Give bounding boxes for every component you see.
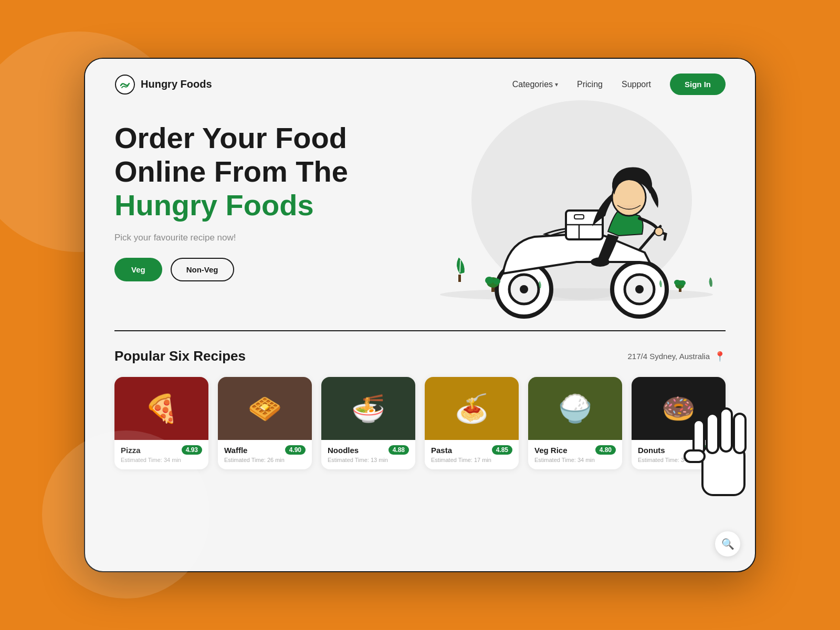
scooter-illustration [419, 95, 734, 337]
food-rating-badge: 4.80 [595, 445, 616, 455]
food-estimated-time: Estimated Time: 13 min [328, 457, 409, 463]
svg-point-12 [655, 227, 663, 236]
food-rating-badge: 4.88 [388, 445, 409, 455]
food-grid: 🍕Pizza4.93Estimated Time: 34 min🧇Waffle4… [114, 377, 726, 469]
food-estimated-time: Estimated Time: 34 min [121, 457, 202, 463]
hero-title-line2: Online From The [114, 155, 377, 188]
food-name-label: Donuts [638, 446, 665, 455]
food-rating-badge: 4.93 [182, 445, 202, 455]
main-nav: Categories ▾ Pricing Support Sign In [512, 74, 726, 95]
veg-button[interactable]: Veg [114, 258, 162, 281]
food-image: 🍜 [321, 377, 415, 440]
food-info: Pizza4.93Estimated Time: 34 min [114, 440, 208, 469]
food-name-label: Veg Rice [534, 446, 568, 455]
food-card[interactable]: 🧇Waffle4.90Estimated Time: 26 min [218, 377, 312, 469]
nav-support[interactable]: Support [622, 80, 651, 89]
food-info: Pasta4.85Estimated Time: 17 min [425, 440, 519, 469]
food-info: Veg Rice4.80Estimated Time: 34 min [528, 440, 622, 469]
app-container: Hungry Foods Categories ▾ Pricing Suppor… [84, 58, 756, 572]
nav-pricing[interactable]: Pricing [577, 80, 603, 89]
ground-line [114, 330, 726, 331]
svg-point-18 [493, 278, 500, 285]
hero-title-line1: Order Your Food [114, 121, 377, 155]
food-info: Waffle4.90Estimated Time: 26 min [218, 440, 312, 469]
food-estimated-time: Estimated Time: 26 min [224, 457, 306, 463]
logo-icon [114, 74, 135, 95]
svg-rect-31 [685, 450, 705, 462]
svg-point-22 [679, 280, 686, 286]
food-name-row: Waffle4.90 [224, 445, 306, 455]
food-name-label: Pizza [121, 446, 141, 455]
food-image: 🍚 [528, 377, 622, 440]
popular-section: Popular Six Recipes 217/4 Sydney, Austra… [85, 331, 755, 480]
food-card[interactable]: 🍕Pizza4.93Estimated Time: 34 min [114, 377, 208, 469]
svg-rect-24 [458, 275, 461, 282]
hero-buttons: Veg Non-Veg [114, 258, 377, 281]
food-rating-badge: 4.90 [285, 445, 306, 455]
svg-rect-11 [574, 215, 584, 219]
food-estimated-time: Estimated Time: 17 min [431, 457, 512, 463]
svg-rect-29 [707, 414, 718, 453]
food-card[interactable]: 🍚Veg Rice4.80Estimated Time: 34 min [528, 377, 622, 469]
food-name-label: Pasta [431, 446, 452, 455]
food-image: 🍕 [114, 377, 208, 440]
food-name-label: Waffle [224, 446, 247, 455]
hero-content: Order Your Food Online From The Hungry F… [114, 121, 377, 281]
search-fab-button[interactable]: 🔍 [715, 531, 740, 556]
nonveg-button[interactable]: Non-Veg [171, 258, 234, 281]
svg-point-7 [635, 285, 644, 293]
svg-line-23 [460, 260, 460, 272]
food-card[interactable]: 🍜Noodles4.88Estimated Time: 13 min [321, 377, 415, 469]
svg-point-14 [591, 257, 610, 267]
food-rating-badge: 4.85 [492, 445, 512, 455]
food-name-row: Veg Rice4.80 [534, 445, 616, 455]
food-name-row: Noodles4.88 [328, 445, 409, 455]
svg-point-17 [485, 277, 494, 284]
food-name-label: Noodles [328, 446, 359, 455]
location-area: 217/4 Sydney, Australia 📍 [628, 351, 726, 362]
location-text: 217/4 Sydney, Australia [628, 352, 710, 361]
location-pin-icon: 📍 [714, 351, 726, 362]
hero-subtitle: Pick your favourite recipe now! [114, 233, 377, 243]
svg-point-1 [440, 288, 713, 301]
svg-rect-27 [734, 414, 746, 453]
popular-title: Popular Six Recipes [114, 348, 246, 364]
cursor-hand-icon [671, 403, 756, 508]
nav-categories[interactable]: Categories ▾ [512, 80, 558, 89]
signin-button[interactable]: Sign In [670, 74, 726, 95]
chevron-down-icon: ▾ [555, 81, 558, 88]
svg-rect-28 [720, 408, 732, 452]
food-image: 🍝 [425, 377, 519, 440]
food-image: 🧇 [218, 377, 312, 440]
svg-point-4 [520, 285, 528, 293]
hero-title-brand: Hungry Foods [114, 189, 377, 222]
svg-rect-30 [694, 420, 704, 454]
logo-area: Hungry Foods [114, 74, 212, 95]
hero-section: Order Your Food Online From The Hungry F… [85, 106, 755, 331]
food-card[interactable]: 🍝Pasta4.85Estimated Time: 17 min [425, 377, 519, 469]
search-icon: 🔍 [721, 538, 734, 550]
food-name-row: Pasta4.85 [431, 445, 512, 455]
brand-name: Hungry Foods [141, 78, 212, 90]
food-info: Noodles4.88Estimated Time: 13 min [321, 440, 415, 469]
food-estimated-time: Estimated Time: 34 min [534, 457, 616, 463]
popular-header: Popular Six Recipes 217/4 Sydney, Austra… [114, 348, 726, 364]
food-name-row: Pizza4.93 [121, 445, 202, 455]
